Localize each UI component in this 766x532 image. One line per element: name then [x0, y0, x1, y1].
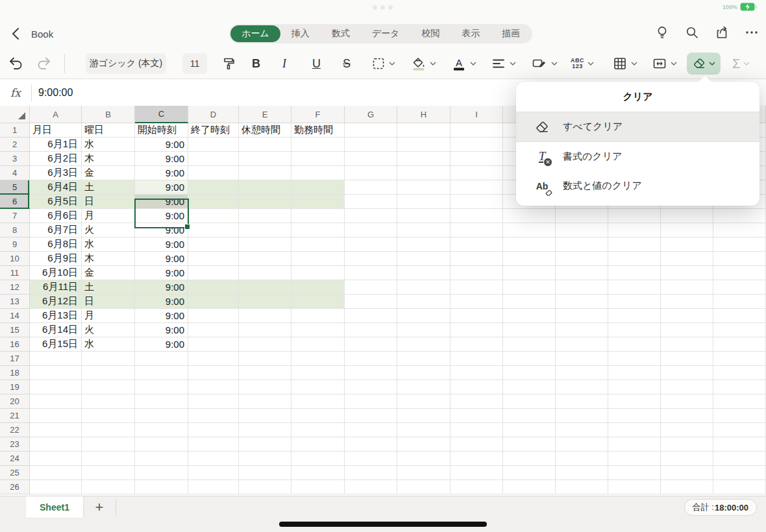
cell-E23[interactable] [239, 437, 291, 452]
cell-E12[interactable] [239, 280, 291, 295]
column-header-A[interactable]: A [30, 106, 82, 123]
cell-I17[interactable] [451, 352, 503, 366]
cell-E13[interactable] [239, 295, 291, 309]
column-header-E[interactable]: E [239, 106, 291, 123]
tab-data[interactable]: データ [361, 25, 411, 42]
cell-M13[interactable] [661, 295, 713, 309]
cell-C19[interactable] [135, 380, 188, 394]
cell-G13[interactable] [345, 295, 397, 309]
row-header-10[interactable]: 10 [0, 252, 30, 266]
cell-I5[interactable] [451, 180, 503, 195]
clear-button-active[interactable] [687, 53, 721, 75]
cell-F7[interactable] [291, 209, 345, 223]
cell-C25[interactable] [135, 466, 188, 480]
cell-H21[interactable] [397, 409, 451, 423]
row-header-19[interactable]: 19 [0, 380, 30, 394]
row-header-13[interactable]: 13 [0, 295, 30, 309]
cell-N21[interactable] [713, 409, 766, 423]
cell-D11[interactable] [188, 266, 239, 280]
cell-G3[interactable] [345, 152, 397, 166]
cell-A3[interactable]: 6月2日 [30, 152, 82, 166]
cell-B12[interactable]: 土 [82, 280, 135, 295]
cell-A7[interactable]: 6月6日 [30, 209, 82, 223]
cell-G16[interactable] [345, 337, 397, 352]
cell-I2[interactable] [451, 138, 503, 152]
cell-L8[interactable] [608, 223, 661, 237]
cell-E14[interactable] [239, 309, 291, 323]
cell-N14[interactable] [713, 309, 766, 323]
cell-B26[interactable] [82, 480, 135, 494]
cell-F8[interactable] [291, 223, 345, 237]
cell-K22[interactable] [556, 423, 608, 437]
tab-draw[interactable]: 描画 [491, 25, 531, 42]
cell-A1[interactable]: 月日 [30, 123, 82, 138]
cell-B1[interactable]: 曜日 [82, 123, 135, 138]
cell-F6[interactable] [291, 195, 345, 209]
row-header-15[interactable]: 15 [0, 323, 30, 337]
cell-H14[interactable] [397, 309, 451, 323]
cell-H23[interactable] [397, 437, 451, 452]
cell-I15[interactable] [451, 323, 503, 337]
cell-L25[interactable] [608, 466, 661, 480]
cell-N26[interactable] [713, 480, 766, 494]
tab-review[interactable]: 校閲 [410, 25, 451, 42]
cell-G1[interactable] [345, 123, 397, 138]
cell-N24[interactable] [713, 452, 766, 466]
cell-B17[interactable] [82, 352, 135, 366]
cell-H10[interactable] [397, 252, 451, 266]
cell-H22[interactable] [397, 423, 451, 437]
cell-J16[interactable] [503, 337, 556, 352]
cell-G14[interactable] [345, 309, 397, 323]
cell-L23[interactable] [608, 437, 661, 452]
cell-L19[interactable] [608, 380, 661, 394]
cell-B22[interactable] [82, 423, 135, 437]
cell-D7[interactable] [188, 209, 239, 223]
cell-J12[interactable] [503, 280, 556, 295]
cell-M18[interactable] [661, 366, 713, 380]
menu-item-clear-all[interactable]: すべてクリア [516, 112, 760, 142]
cell-N10[interactable] [713, 252, 766, 266]
fill-color-button[interactable] [411, 49, 436, 79]
cell-G19[interactable] [345, 380, 397, 394]
cell-C9[interactable]: 9:00 [135, 237, 188, 252]
cell-K19[interactable] [556, 380, 608, 394]
add-sheet-button[interactable]: + [90, 496, 109, 518]
cell-G9[interactable] [345, 237, 397, 252]
cell-D19[interactable] [188, 380, 239, 394]
cell-G24[interactable] [345, 452, 397, 466]
cell-L12[interactable] [608, 280, 661, 295]
more-ellipsis-icon[interactable] [744, 25, 760, 40]
redo-button[interactable] [35, 49, 52, 79]
cell-G7[interactable] [345, 209, 397, 223]
cell-E1[interactable]: 休憩時間 [239, 123, 291, 138]
cell-G15[interactable] [345, 323, 397, 337]
cell-A13[interactable]: 6月12日 [30, 295, 82, 309]
column-header-I[interactable]: I [451, 106, 503, 123]
cell-C10[interactable]: 9:00 [135, 252, 188, 266]
cell-E24[interactable] [239, 452, 291, 466]
cell-C12[interactable]: 9:00 [135, 280, 188, 295]
cell-D8[interactable] [188, 223, 239, 237]
cell-E5[interactable] [239, 180, 291, 195]
cell-M24[interactable] [661, 452, 713, 466]
cell-D5[interactable] [188, 180, 239, 195]
cell-I19[interactable] [451, 380, 503, 394]
format-painter-button[interactable] [221, 49, 236, 79]
cell-A23[interactable] [30, 437, 82, 452]
cell-I18[interactable] [451, 366, 503, 380]
cell-C8[interactable]: 9:00 [135, 223, 188, 237]
cell-B16[interactable]: 水 [82, 337, 135, 352]
cell-D2[interactable] [188, 138, 239, 152]
cell-K24[interactable] [556, 452, 608, 466]
cell-I4[interactable] [451, 166, 503, 180]
cell-L14[interactable] [608, 309, 661, 323]
cell-B24[interactable] [82, 452, 135, 466]
cell-D12[interactable] [188, 280, 239, 295]
cell-M11[interactable] [661, 266, 713, 280]
cell-G23[interactable] [345, 437, 397, 452]
cell-I21[interactable] [451, 409, 503, 423]
cell-E17[interactable] [239, 352, 291, 366]
cell-E9[interactable] [239, 237, 291, 252]
row-header-5[interactable]: 5 [0, 180, 30, 195]
back-button[interactable] [10, 27, 21, 40]
